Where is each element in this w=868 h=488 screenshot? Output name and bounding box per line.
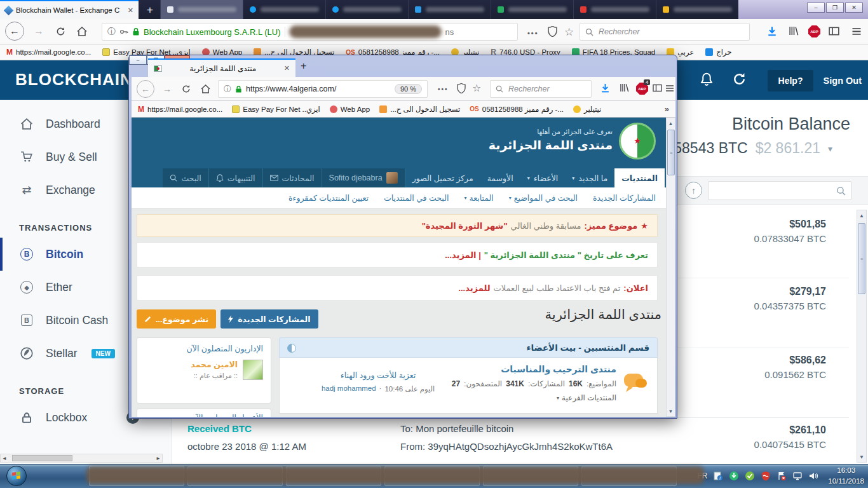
nav-alerts[interactable]: التنبيهات <box>209 168 263 187</box>
taskbar-clock[interactable]: 16:03 10/11/2018 <box>828 465 864 487</box>
subnav-search-threads[interactable]: البحث في المواضيع▾ <box>509 193 578 203</box>
admin-name[interactable]: الامين محمد <box>191 360 238 369</box>
admin-avatar[interactable] <box>243 360 263 380</box>
forum-browser-window[interactable]: منتدى اللمة الجزائرية ✕ + – ❐ ✕ ← → ⓘ ht… <box>128 55 677 419</box>
transaction-row[interactable]: $261,10 0.04075415 BTC <box>754 424 826 450</box>
announcement-featured[interactable]: ★ موضوع مميز: مسابقة وطني الغالي "شهر ال… <box>137 214 658 237</box>
post-thread-button[interactable]: نشر موضوع... <box>137 309 216 329</box>
balance-amounts[interactable]: 4658543 BTC $2 861.21 ▾ <box>658 140 832 157</box>
forum-search-input[interactable] <box>507 84 586 94</box>
bookmark-haraj[interactable]: حراج <box>705 48 731 57</box>
background-tab[interactable] <box>408 0 491 19</box>
cert-owner-label[interactable]: Blockchain Luxembourg S.A.R.L (LU) <box>144 27 281 37</box>
pocket-shield-icon[interactable] <box>548 26 557 37</box>
vertical-scrollbar[interactable]: ▲ ≡ ▼ <box>857 210 867 463</box>
nav-members[interactable]: الأعضاء▾ <box>520 168 566 187</box>
transaction-row[interactable]: $279,17 0.04357375 BTC <box>754 286 826 311</box>
category-header[interactable]: قسم المنتسبين - بيت الأعضاء <box>279 337 658 358</box>
tx-type-label[interactable]: Received BTC <box>187 423 252 434</box>
bookmark-star-icon[interactable]: ☆ <box>564 25 574 39</box>
tab-close-icon[interactable]: ✕ <box>128 6 133 15</box>
new-tab-button[interactable]: + <box>142 3 158 18</box>
bookmarks-overflow-chevron[interactable]: » <box>665 104 669 114</box>
forum-vertical-scrollbar[interactable]: ▲ ≡ ▼ <box>666 118 675 417</box>
bookmark-webapp[interactable]: Web App <box>330 105 370 113</box>
network-tray-icon[interactable] <box>792 471 803 481</box>
background-tab[interactable] <box>573 0 656 19</box>
library-icon[interactable] <box>789 26 799 36</box>
scroll-right-arrow[interactable]: ► <box>156 456 161 461</box>
bookmark-neteller[interactable]: نيتيلير <box>573 105 601 114</box>
page-actions-icon[interactable]: ••• <box>527 29 539 37</box>
library-icon[interactable] <box>620 83 629 92</box>
transaction-row[interactable]: $586,62 0.091562 BTC <box>764 355 826 380</box>
forward-button[interactable]: → <box>29 22 48 41</box>
tab-forum[interactable]: منتدى اللمة الجزائرية ✕ <box>148 58 295 77</box>
forum-row[interactable]: منتدى الترحيب والمناسبات المواضيع:16K ال… <box>279 358 658 414</box>
forum-url-bar[interactable]: ⓘ https://www.4algeria.com/ 90 % <box>218 80 428 98</box>
nav-whats-new[interactable]: ما الجديد▾ <box>565 168 614 187</box>
key-permission-icon[interactable] <box>119 27 128 36</box>
download-icon[interactable] <box>767 26 777 36</box>
bookmark-number[interactable]: OSرقم مميز 0581258988 -... <box>470 105 564 114</box>
close-button[interactable]: ✕ <box>845 3 863 13</box>
security-shield-tray-icon[interactable] <box>761 471 771 481</box>
main-search-bar[interactable] <box>580 23 750 41</box>
collapse-toggle-icon[interactable] <box>287 344 296 353</box>
hamburger-menu-icon[interactable] <box>665 85 674 92</box>
main-url-bar[interactable]: ⓘ Blockchain Luxembourg S.A.R.L (LU) ns <box>102 23 518 41</box>
download-icon[interactable] <box>600 83 610 93</box>
page-info-icon[interactable]: ⓘ <box>107 26 116 37</box>
tab-blockchain-wallet[interactable]: Blockchain Wallet - Exchange C ✕ <box>0 0 139 19</box>
background-tab[interactable] <box>243 0 325 19</box>
reload-button[interactable] <box>51 22 70 41</box>
start-button[interactable] <box>6 466 27 486</box>
help-button[interactable]: Help? <box>768 70 813 92</box>
horizontal-scrollbar[interactable]: ◄ ► <box>0 454 163 463</box>
home-button[interactable] <box>196 80 214 98</box>
pocket-shield-icon[interactable] <box>457 83 466 93</box>
back-button[interactable]: ← <box>5 22 24 41</box>
sidebar-panel-icon[interactable] <box>829 27 839 36</box>
background-tab[interactable] <box>656 0 738 19</box>
nav-medals[interactable]: الأوسمة <box>480 168 520 187</box>
scroll-thumb[interactable]: ≡ <box>667 130 675 175</box>
subnav-search-forums[interactable]: البحث في المنتديات <box>384 193 449 203</box>
nav-conversations[interactable]: المحادثات <box>263 168 322 187</box>
refresh-icon[interactable] <box>733 72 746 86</box>
sign-out-button[interactable]: Sign Out <box>824 76 862 86</box>
subnav-watched[interactable]: المتابعة▾ <box>464 193 493 203</box>
tab-close-icon[interactable]: ✕ <box>284 64 290 72</box>
zoom-level-pill[interactable]: 90 % <box>395 84 422 94</box>
background-tab[interactable] <box>491 0 573 19</box>
minimize-button[interactable]: – <box>129 55 147 65</box>
sidebar-panel-icon[interactable] <box>653 84 662 92</box>
hamburger-menu-icon[interactable] <box>851 27 862 36</box>
idm-tray-icon[interactable] <box>729 471 739 481</box>
subforums-toggle[interactable]: المنتديات الفرعية ▾ <box>557 393 616 402</box>
scroll-thumb[interactable] <box>12 455 72 461</box>
back-button[interactable]: ← <box>137 80 154 98</box>
bookmark-gmail[interactable]: Mhttps://mail.google.co... <box>138 105 222 114</box>
latest-post-title[interactable]: تعزية للأخت ورود الهناء <box>299 370 458 380</box>
volume-tray-icon[interactable] <box>808 471 818 481</box>
minimize-button[interactable]: – <box>807 3 825 13</box>
main-search-input[interactable] <box>597 27 744 37</box>
announcement-notice[interactable]: اعلان: تم فتح باب الاعتماد طلب لبيع العم… <box>137 275 658 301</box>
background-tab[interactable] <box>325 0 408 19</box>
scroll-down-arrow[interactable]: ▼ <box>857 452 866 462</box>
export-up-button[interactable]: ↑ <box>685 182 702 199</box>
transaction-row[interactable]: $501,85 0.07833047 BTC <box>754 219 826 244</box>
scroll-left-arrow[interactable]: ◄ <box>2 456 7 461</box>
page-info-icon[interactable]: ⓘ <box>224 84 231 95</box>
scroll-up-arrow[interactable]: ▲ <box>857 210 866 220</box>
chevron-down-icon[interactable]: ▾ <box>828 144 832 154</box>
restore-button[interactable]: ❐ <box>826 3 844 13</box>
forward-button[interactable]: → <box>158 80 176 98</box>
nav-search[interactable]: البحث <box>163 168 208 187</box>
page-actions-icon[interactable]: ••• <box>438 86 449 93</box>
bookmark-star-icon[interactable]: ☆ <box>472 82 481 94</box>
info-tray-icon[interactable]: i <box>713 471 723 481</box>
forum-search-bar[interactable] <box>490 80 592 98</box>
latest-post[interactable]: تعزية للأخت ورود الهناء hadj mohammed · … <box>299 370 458 393</box>
